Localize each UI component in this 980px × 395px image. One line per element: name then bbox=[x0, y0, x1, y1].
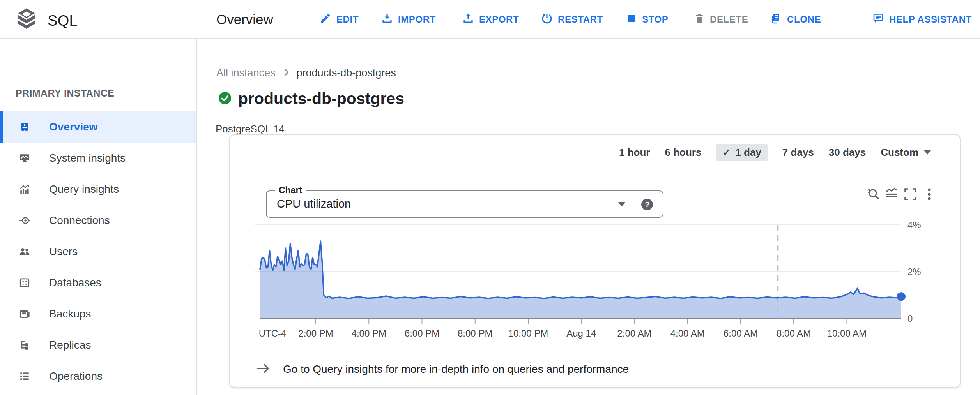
breadcrumb-all-instances[interactable]: All instances bbox=[216, 67, 276, 79]
import-icon bbox=[381, 12, 393, 26]
svg-text:Aug 14: Aug 14 bbox=[566, 328, 596, 339]
users-label: Users bbox=[49, 245, 78, 258]
delete-button[interactable]: DELETE bbox=[694, 0, 748, 39]
svg-text:UTC-4: UTC-4 bbox=[259, 328, 287, 339]
system-insights-label: System insights bbox=[49, 152, 126, 164]
product-name: SQL bbox=[48, 12, 78, 29]
top-app-bar: SQL Overview EDIT IMPORT EXPORT bbox=[0, 0, 980, 39]
range-30-days[interactable]: 30 days bbox=[829, 146, 866, 159]
delete-label: DELETE bbox=[710, 14, 748, 25]
clone-icon bbox=[770, 12, 782, 26]
operations-label: Operations bbox=[49, 370, 103, 383]
query-insights-label: Query insights bbox=[49, 183, 119, 196]
svg-text:2%: 2% bbox=[907, 266, 921, 277]
restart-label: RESTART bbox=[558, 14, 603, 25]
range-1-day-selected[interactable]: ✓ 1 day bbox=[716, 144, 767, 161]
svg-text:8:00 PM: 8:00 PM bbox=[458, 328, 492, 339]
page-title: Overview bbox=[216, 12, 273, 27]
edit-icon bbox=[320, 12, 331, 26]
svg-text:?: ? bbox=[645, 200, 649, 209]
sidebar-item-query-insights[interactable]: Query insights bbox=[0, 174, 196, 205]
help-assistant-button[interactable]: HELP ASSISTANT bbox=[872, 0, 972, 39]
metrics-card: 1 hour 6 hours ✓ 1 day 7 days 30 days Cu… bbox=[229, 134, 961, 388]
stop-label: STOP bbox=[642, 14, 668, 25]
import-label: IMPORT bbox=[398, 14, 436, 25]
svg-text:0: 0 bbox=[907, 313, 913, 324]
zoom-reset-icon[interactable] bbox=[865, 187, 881, 202]
arrow-right-icon bbox=[256, 362, 271, 377]
area-chart-icon[interactable] bbox=[884, 187, 900, 202]
overview-label: Overview bbox=[49, 121, 98, 133]
connections-icon bbox=[19, 215, 30, 226]
import-button[interactable]: IMPORT bbox=[381, 0, 436, 39]
edit-label: EDIT bbox=[336, 14, 359, 25]
delete-icon bbox=[694, 13, 705, 26]
range-custom[interactable]: Custom bbox=[881, 146, 931, 159]
range-1-day-label: 1 day bbox=[735, 146, 761, 159]
sidebar-item-system-insights[interactable]: System insights bbox=[0, 143, 196, 174]
help-assistant-label: HELP ASSISTANT bbox=[889, 14, 972, 25]
select-caret-icon bbox=[618, 202, 625, 206]
sidebar-item-databases[interactable]: Databases bbox=[0, 267, 196, 298]
export-icon bbox=[462, 12, 474, 26]
replicas-label: Replicas bbox=[49, 339, 91, 351]
sidebar-item-backups[interactable]: Backups bbox=[0, 298, 196, 330]
cpu-utilization-chart[interactable]: 4%2%02:00 PM4:00 PM6:00 PM8:00 PM10:00 P… bbox=[230, 211, 961, 347]
svg-text:6:00 PM: 6:00 PM bbox=[405, 328, 439, 339]
help-assistant-icon bbox=[872, 12, 884, 26]
restart-button[interactable]: RESTART bbox=[541, 0, 603, 39]
more-options-icon[interactable] bbox=[922, 187, 937, 202]
svg-text:10:00 AM: 10:00 AM bbox=[827, 328, 867, 339]
export-label: EXPORT bbox=[479, 14, 519, 25]
query-insights-icon bbox=[19, 183, 30, 195]
chevron-down-icon bbox=[924, 150, 931, 155]
databases-label: Databases bbox=[49, 277, 101, 289]
replicas-icon bbox=[19, 339, 30, 351]
range-6-hours[interactable]: 6 hours bbox=[665, 146, 701, 159]
sidebar-item-users[interactable]: Users bbox=[0, 236, 196, 267]
databases-icon bbox=[19, 277, 30, 289]
svg-text:2:00 PM: 2:00 PM bbox=[298, 328, 333, 339]
breadcrumb-current: products-db-postgres bbox=[297, 67, 396, 79]
svg-text:10:00 PM: 10:00 PM bbox=[508, 328, 548, 339]
svg-text:8:00 AM: 8:00 AM bbox=[777, 328, 811, 339]
clone-button[interactable]: CLONE bbox=[770, 0, 821, 39]
time-range-selector: 1 hour 6 hours ✓ 1 day 7 days 30 days Cu… bbox=[619, 144, 931, 161]
query-insights-link-text: Go to Query insights for more in-depth i… bbox=[283, 363, 629, 376]
query-insights-link[interactable]: Go to Query insights for more in-depth i… bbox=[230, 351, 960, 387]
breadcrumb: All instances products-db-postgres bbox=[216, 67, 396, 79]
stop-icon bbox=[626, 13, 637, 26]
backups-label: Backups bbox=[49, 308, 91, 320]
svg-text:4:00 PM: 4:00 PM bbox=[352, 328, 386, 339]
edit-button[interactable]: EDIT bbox=[320, 0, 359, 39]
help-icon[interactable]: ? bbox=[640, 198, 654, 212]
sidebar-item-replicas[interactable]: Replicas bbox=[0, 330, 196, 361]
clone-label: CLONE bbox=[787, 14, 821, 25]
check-icon: ✓ bbox=[722, 147, 731, 158]
chart-toolbar bbox=[865, 187, 937, 202]
export-button[interactable]: EXPORT bbox=[462, 0, 519, 39]
stop-button[interactable]: STOP bbox=[626, 0, 668, 39]
svg-text:4:00 AM: 4:00 AM bbox=[670, 328, 705, 339]
sql-logo-icon bbox=[16, 8, 37, 34]
fullscreen-icon[interactable] bbox=[903, 187, 918, 202]
sidebar-item-operations[interactable]: Operations bbox=[0, 361, 196, 392]
chart-select-label: Chart bbox=[275, 185, 306, 196]
range-1-hour[interactable]: 1 hour bbox=[619, 146, 650, 159]
sidebar-section-title: PRIMARY INSTANCE bbox=[16, 88, 114, 99]
svg-text:4%: 4% bbox=[907, 220, 921, 230]
sidebar-item-connections[interactable]: Connections bbox=[0, 205, 196, 236]
overview-icon bbox=[19, 121, 30, 133]
system-insights-icon bbox=[19, 152, 30, 164]
operations-icon bbox=[19, 370, 30, 382]
restart-icon bbox=[541, 12, 553, 26]
instance-engine: PostgreSQL 14 bbox=[216, 123, 285, 135]
users-icon bbox=[19, 246, 30, 257]
instance-title-row: products-db-postgres bbox=[218, 90, 404, 108]
sidebar-item-overview[interactable]: Overview bbox=[0, 111, 196, 143]
backups-icon bbox=[19, 308, 30, 320]
product-logo: SQL bbox=[16, 8, 78, 34]
svg-text:2:00 AM: 2:00 AM bbox=[617, 328, 651, 339]
chart-select-value: CPU utilization bbox=[277, 198, 351, 210]
range-7-days[interactable]: 7 days bbox=[782, 146, 814, 159]
